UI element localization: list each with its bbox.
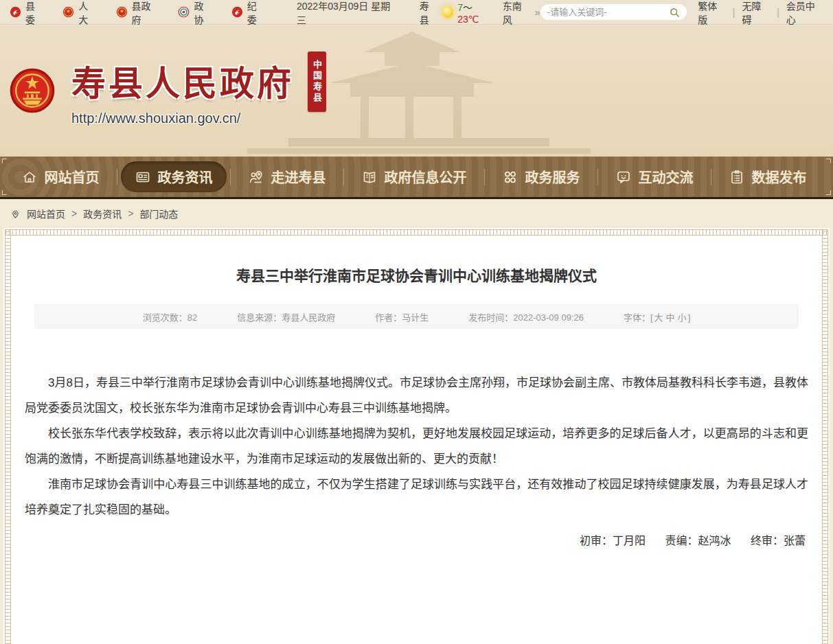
nav-item-about-shouxian[interactable]: 走进寿县	[234, 161, 340, 192]
first-reviewer: 初审：丁月阳	[580, 535, 646, 547]
breadcrumb-separator: >	[71, 208, 77, 219]
services-grid-icon	[502, 169, 518, 185]
location-pin-icon	[10, 209, 21, 219]
current-date: 2022年03月09日 星期三	[297, 0, 398, 26]
info-open-icon	[361, 169, 378, 185]
author-value: 马计生	[402, 312, 429, 323]
nav-item-home[interactable]: 网站首页	[8, 161, 113, 192]
national-emblem-icon	[62, 6, 74, 18]
search-icon[interactable]	[669, 7, 680, 18]
wind-direction: 东南风	[503, 0, 531, 26]
font-size-small-button[interactable]: 小	[678, 312, 687, 323]
nav-item-interaction[interactable]: 互动交流	[602, 161, 707, 192]
search-box[interactable]	[540, 4, 687, 20]
nav-label: 数据发布	[752, 167, 807, 187]
breadcrumb-current: 部门动态	[139, 207, 178, 220]
breadcrumb-home[interactable]: 网站首页	[27, 207, 65, 220]
data-list-icon	[729, 169, 745, 185]
corner-ornament	[2, 190, 7, 195]
nav-label: 政务资讯	[158, 167, 213, 187]
author: 作者：马计生	[375, 310, 429, 323]
view-count: 浏览次数：82	[143, 310, 197, 323]
temperature: 7～23℃	[457, 0, 492, 25]
link-label: 人大	[78, 0, 96, 26]
separator: |	[777, 7, 779, 18]
sun-icon	[442, 6, 453, 18]
weather-city: 寿县	[420, 0, 438, 26]
nav-label: 走进寿县	[271, 167, 326, 187]
corner-ornament	[2, 159, 7, 163]
weather-more-chevron-icon[interactable]: »	[534, 6, 540, 18]
link-label: 县委	[25, 0, 43, 26]
final-reviewer: 终审：张蕾	[751, 535, 806, 547]
publish-time: 发布时间：2022-03-09 09:26	[468, 310, 584, 323]
breadcrumb: 网站首页 > 政务资讯 > 部门动态	[0, 199, 833, 228]
nav-label: 政务服务	[525, 167, 580, 187]
info-source: 信息来源：寿县人民政府	[237, 310, 335, 323]
article-title: 寿县三中举行淮南市足球协会青训中心训练基地揭牌仪式	[21, 264, 812, 285]
content-frame: 寿县三中举行淮南市足球协会青训中心训练基地揭牌仪式 浏览次数：82 信息来源：寿…	[3, 228, 830, 644]
font-size-control: 字体：[大中小]	[624, 310, 690, 323]
separator: |	[733, 7, 735, 18]
info-source-label: 信息来源：	[237, 312, 282, 323]
breadcrumb-news[interactable]: 政务资讯	[83, 207, 122, 220]
link-traditional-chinese[interactable]: 繁体版	[698, 0, 726, 26]
nav-separator	[711, 169, 711, 185]
site-title: 寿县人民政府	[71, 56, 294, 105]
link-county-committee[interactable]: 县委	[10, 0, 43, 26]
home-icon	[21, 169, 38, 185]
cppcc-emblem-icon	[178, 6, 190, 18]
temp-tilde: ～	[463, 2, 472, 13]
nav-label: 网站首页	[45, 167, 100, 187]
nav-separator	[597, 169, 598, 185]
china-shouxian-seal: 中国寿县	[308, 51, 326, 112]
link-label: 县政府	[132, 0, 159, 26]
font-size-medium-button[interactable]: 中	[666, 312, 675, 323]
nav-separator	[117, 169, 117, 185]
link-member-center[interactable]: 会员中心	[786, 0, 823, 26]
link-label: 政协	[194, 0, 212, 26]
nav-label: 政府信息公开	[385, 167, 467, 187]
link-peoples-congress[interactable]: 人大	[62, 0, 96, 26]
corner-ornament	[826, 159, 831, 163]
paragraph: 3月8日，寿县三中举行淮南市足球协会青训中心训练基地揭牌仪式。市足球协会主席孙翔…	[25, 370, 808, 421]
font-size-bracket: ]	[688, 312, 691, 323]
fret-border-left	[5, 229, 11, 644]
site-banner: 寿县人民政府 http://www.shouxian.gov.cn/ 中国寿县	[0, 25, 833, 157]
temp-high: 23℃	[457, 14, 479, 25]
nav-separator	[484, 169, 485, 185]
news-icon	[135, 169, 151, 185]
temp-low: 7	[457, 2, 463, 13]
fret-border-top	[5, 229, 828, 235]
site-identity[interactable]: 寿县人民政府 http://www.shouxian.gov.cn/	[71, 56, 294, 126]
chat-icon	[615, 169, 632, 185]
nav-item-services[interactable]: 政务服务	[488, 161, 594, 192]
nav-separator	[230, 169, 231, 185]
main-navigation: 网站首页 政务资讯 走进寿县 政府信息公开 政务服务 互动交流	[0, 157, 833, 199]
fret-border-right	[822, 229, 828, 644]
nav-item-data-release[interactable]: 数据发布	[715, 161, 821, 192]
utility-links: 繁体版 | 无障碍 | 会员中心	[698, 0, 823, 26]
link-accessibility[interactable]: 无障碍	[742, 0, 770, 26]
view-count-label: 浏览次数：	[143, 312, 187, 323]
national-emblem-logo[interactable]	[10, 68, 55, 113]
font-size-large-button[interactable]: 大	[654, 312, 663, 323]
seal-text: 中国寿县	[310, 60, 323, 104]
nav-item-info-disclosure[interactable]: 政府信息公开	[347, 161, 481, 192]
party-emblem-icon	[231, 6, 243, 18]
breadcrumb-separator: >	[128, 208, 133, 219]
link-county-government[interactable]: 县政府	[116, 0, 159, 26]
map-pin-icon	[248, 169, 264, 185]
info-source-value: 寿县人民政府	[282, 312, 335, 323]
author-label: 作者：	[375, 312, 402, 323]
view-count-value: 82	[187, 312, 197, 323]
nav-item-news[interactable]: 政务资讯	[121, 161, 227, 192]
site-url: http://www.shouxian.gov.cn/	[71, 111, 294, 126]
search-input[interactable]	[547, 7, 669, 17]
weather-widget: 寿县 7～23℃ 东南风 »	[420, 0, 540, 26]
link-discipline-commission[interactable]: 纪委	[231, 0, 265, 26]
gov-links: 县委 人大 县政府 政协 纪委	[10, 0, 265, 26]
article: 寿县三中举行淮南市足球协会青训中心训练基地揭牌仪式 浏览次数：82 信息来源：寿…	[12, 237, 821, 644]
nav-label: 互动交流	[639, 167, 694, 187]
link-cppcc[interactable]: 政协	[178, 0, 212, 26]
